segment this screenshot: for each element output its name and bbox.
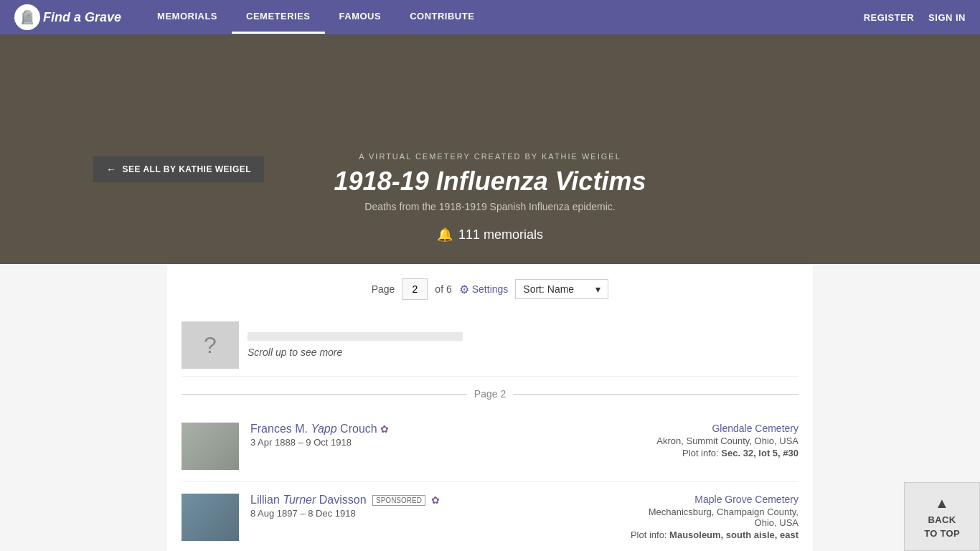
register-link[interactable]: REGISTER xyxy=(864,12,914,23)
nav-link-cemeteries[interactable]: CEMETERIES xyxy=(232,1,325,34)
nav-link-contribute[interactable]: CONTRIBUTE xyxy=(395,1,489,34)
name-prefix: Frances M. xyxy=(250,423,308,435)
page-input[interactable] xyxy=(402,278,428,300)
sort-label: Sort: Name xyxy=(523,283,574,295)
name-suffix: Davisson xyxy=(319,494,367,506)
page-divider: Page 2 xyxy=(182,388,798,400)
logo-text: Find a Grave xyxy=(43,10,121,25)
back-label2: TO TOP xyxy=(924,528,960,539)
bell-icon: 🔔 xyxy=(437,227,453,242)
scroll-bar-area: Scroll up to see more xyxy=(248,332,798,358)
nav-link-memorials[interactable]: MEMORIALS xyxy=(143,1,232,34)
logo-icon: 🪦 xyxy=(14,4,40,30)
cemetery-name[interactable]: Maple Grove Cemetery xyxy=(612,494,798,505)
cemetery-name[interactable]: Glendale Cemetery xyxy=(612,423,798,434)
memorial-name[interactable]: Lillian Turner Davisson SPONSORED ✿ xyxy=(250,494,600,507)
scroll-placeholder-bar xyxy=(248,332,463,341)
gear-icon: ⚙ xyxy=(459,283,469,296)
sort-dropdown[interactable]: Sort: Name ▾ xyxy=(515,279,608,299)
hero-subtitle: A VIRTUAL CEMETERY CREATED BY KATHIE WEI… xyxy=(359,152,621,161)
page-label: Page xyxy=(372,283,395,295)
memorial-thumbnail[interactable] xyxy=(182,423,239,470)
page-total: of 6 xyxy=(435,283,451,295)
back-to-top-button[interactable]: ▲ BACK TO TOP xyxy=(904,482,980,551)
pagination-bar: Page of 6 ⚙ Settings Sort: Name ▾ xyxy=(182,278,798,300)
cemetery-plot: Plot info: Mausoleum, south aisle, east xyxy=(612,529,798,540)
plot-value: Sec. 32, lot 5, #30 xyxy=(721,448,798,458)
memorial-item: Lillian Turner Davisson SPONSORED ✿ 8 Au… xyxy=(182,482,798,551)
plot-label: Plot info: xyxy=(682,448,719,458)
name-suffix: Crouch xyxy=(340,423,377,435)
see-all-label: SEE ALL BY KATHIE WEIGEL xyxy=(123,164,252,174)
name-prefix: Lillian xyxy=(250,494,280,506)
name-italic: Turner xyxy=(283,494,316,506)
signin-link[interactable]: SIGN IN xyxy=(928,12,966,23)
settings-label: Settings xyxy=(472,283,509,295)
memorial-info: Lillian Turner Davisson SPONSORED ✿ 8 Au… xyxy=(250,494,600,519)
plot-value: Mausoleum, south aisle, east xyxy=(669,529,798,540)
memorial-name[interactable]: Frances M. Yapp Crouch ✿ xyxy=(250,423,600,435)
page-divider-label: Page 2 xyxy=(474,388,506,400)
hero-section: ← SEE ALL BY KATHIE WEIGEL A VIRTUAL CEM… xyxy=(0,34,980,264)
memorial-cemetery: Glendale Cemetery Akron, Summit County, … xyxy=(612,423,798,458)
back-label1: BACK xyxy=(928,514,956,525)
up-arrow-icon: ▲ xyxy=(935,495,949,512)
memorial-item: Frances M. Yapp Crouch ✿ 3 Apr 1888 – 9 … xyxy=(182,411,798,482)
memorial-cemetery: Maple Grove Cemetery Mechanicsburg, Cham… xyxy=(612,494,798,540)
navigation: 🪦 Find a Grave MEMORIALS CEMETERIES FAMO… xyxy=(0,0,980,34)
flower-icon: ✿ xyxy=(380,423,389,435)
memorial-thumbnail[interactable] xyxy=(182,494,239,541)
scroll-card: ? Scroll up to see more xyxy=(182,314,798,377)
divider-line-left xyxy=(182,394,467,395)
nav-links: MEMORIALS CEMETERIES FAMOUS CONTRIBUTE xyxy=(143,1,864,34)
plot-label: Plot info: xyxy=(631,529,667,540)
see-all-button[interactable]: ← SEE ALL BY KATHIE WEIGEL xyxy=(93,156,264,182)
question-thumbnail: ? xyxy=(182,321,239,369)
hero-count-value: 111 memorials xyxy=(458,227,543,242)
nav-link-famous[interactable]: FAMOUS xyxy=(325,1,396,34)
name-italic: Yapp xyxy=(311,423,336,435)
nav-right: REGISTER SIGN IN xyxy=(864,12,966,23)
cemetery-location: Akron, Summit County, Ohio, USA xyxy=(612,435,798,446)
main-content: Page of 6 ⚙ Settings Sort: Name ▾ ? Scro… xyxy=(167,264,813,551)
sponsored-badge: SPONSORED xyxy=(372,495,425,506)
memorial-dates: 3 Apr 1888 – 9 Oct 1918 xyxy=(250,437,600,448)
logo[interactable]: 🪦 Find a Grave xyxy=(14,4,121,30)
divider-line-right xyxy=(513,394,798,395)
chevron-down-icon: ▾ xyxy=(595,283,600,295)
memorial-dates: 8 Aug 1897 – 8 Dec 1918 xyxy=(250,508,600,519)
cemetery-location: Mechanicsburg, Champaign County,Ohio, US… xyxy=(612,507,798,528)
cemetery-plot: Plot info: Sec. 32, lot 5, #30 xyxy=(612,448,798,458)
scroll-up-text: Scroll up to see more xyxy=(248,347,798,358)
memorial-info: Frances M. Yapp Crouch ✿ 3 Apr 1888 – 9 … xyxy=(250,423,600,448)
hero-title: 1918-19 Influenza Victims xyxy=(334,166,646,197)
settings-button[interactable]: ⚙ Settings xyxy=(459,283,509,296)
flower-icon: ✿ xyxy=(431,494,440,506)
back-arrow-icon: ← xyxy=(106,164,117,175)
hero-count: 🔔 111 memorials xyxy=(437,227,543,242)
hero-description: Deaths from the 1918-1919 Spanish Influe… xyxy=(364,201,615,212)
